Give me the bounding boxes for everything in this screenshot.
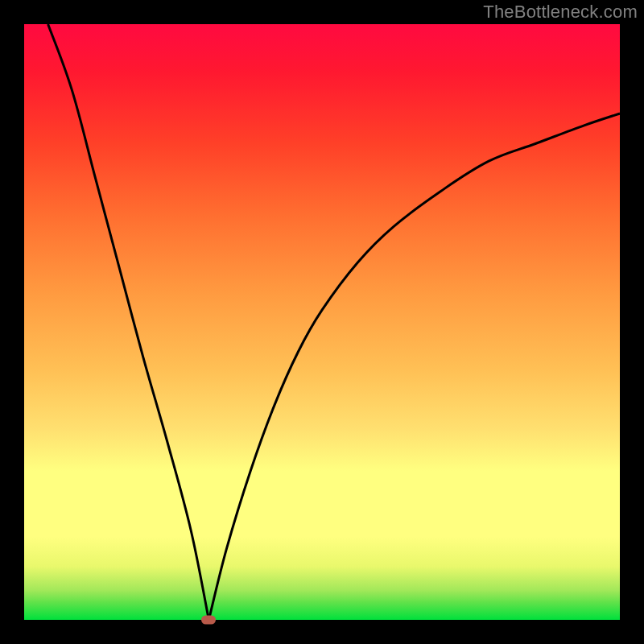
watermark-text: TheBottleneck.com [483,2,638,23]
curve-svg [24,24,620,620]
chart-frame: TheBottleneck.com [0,0,644,644]
curve-right-branch [208,114,620,620]
optimal-point-marker [201,616,216,625]
curve-left-branch [48,24,209,620]
plot-area [24,24,620,620]
